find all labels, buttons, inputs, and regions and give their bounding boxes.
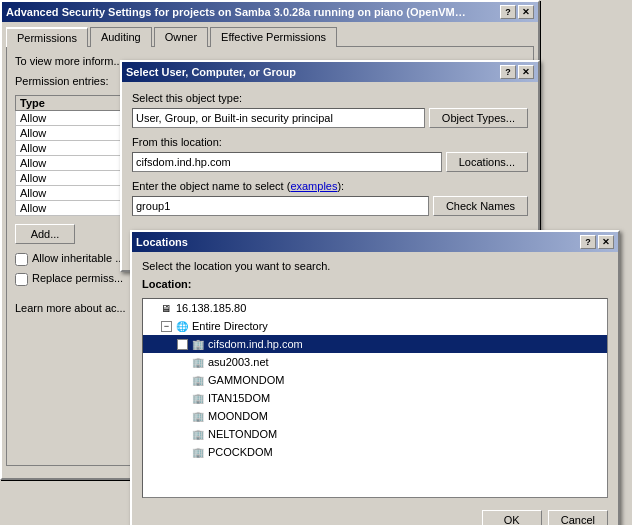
object-type-row: Object Types... [132, 108, 528, 128]
tree-icon: 🖥 [158, 300, 174, 316]
location-item[interactable]: 🏢NELTONDOM [143, 425, 607, 443]
object-types-button[interactable]: Object Types... [429, 108, 528, 128]
location-section-label: Location: [142, 278, 608, 290]
tree-icon: 🏢 [190, 426, 206, 442]
from-location-label: From this location: [132, 136, 528, 148]
location-item[interactable]: 🏢MOONDOM [143, 407, 607, 425]
location-row: Locations... [132, 152, 528, 172]
location-label: MOONDOM [208, 410, 268, 422]
location-label: asu2003.net [208, 356, 269, 368]
location-item[interactable]: 🏢asu2003.net [143, 353, 607, 371]
tree-icon: 🏢 [190, 336, 206, 352]
location-label: ITAN15DOM [208, 392, 270, 404]
tree-icon: 🏢 [190, 444, 206, 460]
examples-link[interactable]: examples [290, 180, 337, 192]
replace-label: Replace permiss... [32, 272, 123, 284]
expand-btn[interactable]: + [177, 339, 188, 350]
select-user-title: Select User, Computer, or Group [126, 66, 296, 78]
location-input[interactable] [132, 152, 442, 172]
location-label: cifsdom.ind.hp.com [208, 338, 303, 350]
select-user-close-button[interactable]: ✕ [518, 65, 534, 79]
location-label: Entire Directory [192, 320, 268, 332]
locations-footer: OK Cancel [132, 506, 618, 525]
location-label: GAMMONDOM [208, 374, 284, 386]
select-user-help-button[interactable]: ? [500, 65, 516, 79]
tree-icon: 🌐 [174, 318, 190, 334]
object-type-input[interactable] [132, 108, 425, 128]
select-user-titlebar-buttons: ? ✕ [500, 65, 534, 79]
locations-listbox[interactable]: 🖥16.138.185.80−🌐Entire Directory+🏢cifsdo… [142, 298, 608, 498]
select-user-content: Select this object type: Object Types...… [122, 82, 538, 234]
object-name-input[interactable] [132, 196, 429, 216]
tab-auditing[interactable]: Auditing [90, 27, 152, 47]
check-names-button[interactable]: Check Names [433, 196, 528, 216]
tree-icon: 🏢 [190, 408, 206, 424]
locations-button[interactable]: Locations... [446, 152, 528, 172]
replace-checkbox[interactable] [15, 273, 28, 286]
location-item[interactable]: 🏢ITAN15DOM [143, 389, 607, 407]
locations-titlebar-buttons: ? ✕ [580, 235, 614, 249]
main-titlebar-buttons: ? ✕ [500, 5, 534, 19]
locations-ok-button[interactable]: OK [482, 510, 542, 525]
learn-more-text: Learn more about ac... [15, 302, 126, 314]
tree-icon: 🏢 [190, 390, 206, 406]
location-label: NELTONDOM [208, 428, 277, 440]
main-titlebar: Advanced Security Settings for projects … [2, 2, 538, 22]
tab-owner[interactable]: Owner [154, 27, 208, 47]
locations-instructions: Select the location you want to search. [142, 260, 608, 272]
tab-permissions[interactable]: Permissions [6, 27, 88, 47]
main-help-button[interactable]: ? [500, 5, 516, 19]
location-item[interactable]: 🏢PCOCKDOM [143, 443, 607, 461]
locations-instructions-row: Select the location you want to search. … [132, 252, 618, 290]
object-name-row: Check Names [132, 196, 528, 216]
main-close-button[interactable]: ✕ [518, 5, 534, 19]
main-window-title: Advanced Security Settings for projects … [6, 6, 466, 18]
location-item[interactable]: 🏢GAMMONDOM [143, 371, 607, 389]
inherit-checkbox[interactable] [15, 253, 28, 266]
tree-icon: 🏢 [190, 372, 206, 388]
locations-help-button[interactable]: ? [580, 235, 596, 249]
tab-bar: Permissions Auditing Owner Effective Per… [2, 22, 538, 46]
object-type-label: Select this object type: [132, 92, 528, 104]
object-name-label: Enter the object name to select (example… [132, 180, 528, 192]
location-label: PCOCKDOM [208, 446, 273, 458]
location-item[interactable]: −🌐Entire Directory [143, 317, 607, 335]
location-item[interactable]: 🖥16.138.185.80 [143, 299, 607, 317]
locations-cancel-button[interactable]: Cancel [548, 510, 608, 525]
location-item[interactable]: +🏢cifsdom.ind.hp.com [143, 335, 607, 353]
tree-icon: 🏢 [190, 354, 206, 370]
locations-titlebar: Locations ? ✕ [132, 232, 618, 252]
locations-close-button[interactable]: ✕ [598, 235, 614, 249]
location-label: 16.138.185.80 [176, 302, 246, 314]
tab-effective-permissions[interactable]: Effective Permissions [210, 27, 337, 47]
add-button[interactable]: Add... [15, 224, 75, 244]
locations-dialog: Locations ? ✕ Select the location you wa… [130, 230, 620, 525]
expand-btn[interactable]: − [161, 321, 172, 332]
select-user-titlebar: Select User, Computer, or Group ? ✕ [122, 62, 538, 82]
locations-title: Locations [136, 236, 188, 248]
